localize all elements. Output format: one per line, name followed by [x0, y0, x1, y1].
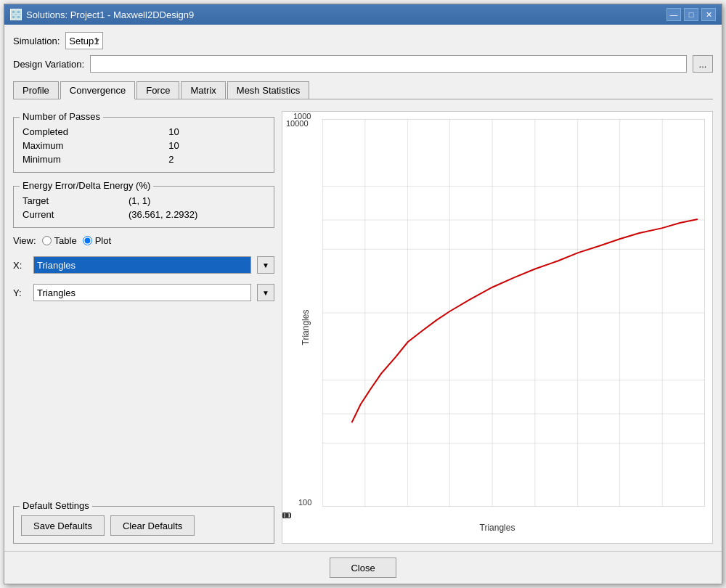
tab-convergence[interactable]: Convergence: [60, 81, 135, 99]
footer: Close: [4, 551, 722, 584]
view-row: View: Table Plot: [13, 235, 274, 246]
simulation-select[interactable]: Setup1: [65, 32, 103, 49]
minimum-label: Minimum: [23, 154, 154, 165]
table-radio[interactable]: [42, 236, 52, 245]
y-axis-select[interactable]: Triangles Energy Error Delta Energy: [33, 284, 251, 301]
x-axis-dropdown-button[interactable]: ▼: [257, 256, 274, 274]
design-variation-label: Design Variation:: [13, 59, 84, 70]
plot-radio-label[interactable]: Plot: [83, 235, 111, 246]
close-button[interactable]: Close: [330, 558, 396, 578]
current-label: Current: [23, 209, 121, 220]
number-of-passes-group: Number of Passes Completed 10 Maximum 10…: [13, 117, 274, 173]
energy-error-title: Energy Error/Delta Energy (%): [20, 180, 153, 191]
x-axis-select[interactable]: Triangles Pass: [33, 256, 251, 274]
design-variation-dots-button[interactable]: ...: [693, 55, 713, 73]
app-icon: [10, 9, 22, 20]
y-tick-1000: 1000: [293, 112, 311, 121]
y-axis-dropdown-button[interactable]: ▼: [257, 284, 274, 301]
x-axis-row: X: Triangles Pass ▼: [13, 256, 274, 274]
tab-force[interactable]: Force: [136, 81, 179, 99]
number-of-passes-title: Number of Passes: [20, 111, 103, 122]
chart-svg: [322, 119, 705, 507]
completed-label: Completed: [23, 126, 154, 137]
energy-error-group: Energy Error/Delta Energy (%) Target (1,…: [13, 186, 274, 228]
close-window-button[interactable]: ✕: [701, 8, 716, 21]
y-axis-row: Y: Triangles Energy Error Delta Energy ▼: [13, 284, 274, 301]
chart-area: Triangles Triangles: [282, 111, 713, 544]
save-defaults-button[interactable]: Save Defaults: [21, 515, 105, 536]
target-label: Target: [23, 195, 121, 206]
svg-rect-0: [12, 10, 15, 14]
energy-table: Target (1, 1) Current (36.561, 2.2932): [23, 192, 265, 220]
passes-stats: Completed 10 Maximum 10 Minimum 2: [23, 123, 265, 165]
minimum-value: 2: [168, 154, 265, 165]
tab-profile[interactable]: Profile: [13, 81, 59, 99]
completed-value: 10: [168, 126, 265, 137]
view-label: View:: [13, 235, 36, 246]
default-settings-buttons: Save Defaults Clear Defaults: [21, 513, 266, 536]
clear-defaults-button[interactable]: Clear Defaults: [110, 515, 195, 536]
y-axis-chart-label: Triangles: [301, 310, 311, 346]
title-bar: Solutions: Project1 - Maxwell2DDesign9 —…: [4, 4, 722, 25]
table-label: Table: [54, 235, 77, 246]
table-radio-label[interactable]: Table: [42, 235, 77, 246]
plot-label: Plot: [95, 235, 111, 246]
current-value: (36.561, 2.2932): [129, 209, 265, 220]
y-tick-100: 100: [298, 498, 311, 507]
simulation-row: Simulation: Setup1: [13, 32, 713, 49]
maximum-label: Maximum: [23, 140, 154, 151]
x-axis-chart-label: Triangles: [480, 523, 515, 533]
target-value: (1, 1): [129, 195, 265, 206]
svg-rect-3: [17, 15, 20, 19]
maximum-value: 10: [168, 140, 265, 151]
plot-radio[interactable]: [83, 236, 92, 245]
default-settings-group: Default Settings Save Defaults Clear Def…: [13, 506, 274, 544]
title-bar-left: Solutions: Project1 - Maxwell2DDesign9: [10, 9, 194, 20]
svg-rect-1: [17, 10, 20, 14]
chart-container: Triangles Triangles: [282, 111, 713, 544]
main-window: Solutions: Project1 - Maxwell2DDesign9 —…: [4, 4, 722, 584]
design-variation-input[interactable]: [90, 55, 687, 73]
maximize-button[interactable]: □: [684, 8, 698, 21]
window-title: Solutions: Project1 - Maxwell2DDesign9: [26, 9, 194, 20]
design-variation-row: Design Variation: ...: [13, 55, 713, 73]
tab-matrix[interactable]: Matrix: [181, 81, 225, 99]
content-area: Simulation: Setup1 Design Variation: ...…: [4, 25, 722, 551]
simulation-label: Simulation:: [13, 36, 60, 46]
tabs-bar: Profile Convergence Force Matrix Mesh St…: [13, 81, 713, 99]
left-panel: Number of Passes Completed 10 Maximum 10…: [13, 111, 274, 544]
tab-content: Number of Passes Completed 10 Maximum 10…: [13, 105, 713, 544]
x-tick-4500: 4500: [282, 511, 291, 520]
y-axis-label-control: Y:: [13, 287, 28, 298]
tab-mesh-statistics[interactable]: Mesh Statistics: [227, 81, 309, 99]
minimize-button[interactable]: —: [666, 8, 681, 21]
spacer: [13, 309, 274, 493]
svg-rect-2: [12, 15, 15, 19]
simulation-select-wrapper: Setup1: [65, 32, 103, 49]
x-axis-label: X:: [13, 260, 28, 271]
default-settings-title: Default Settings: [20, 500, 92, 511]
title-controls: — □ ✕: [666, 8, 716, 21]
